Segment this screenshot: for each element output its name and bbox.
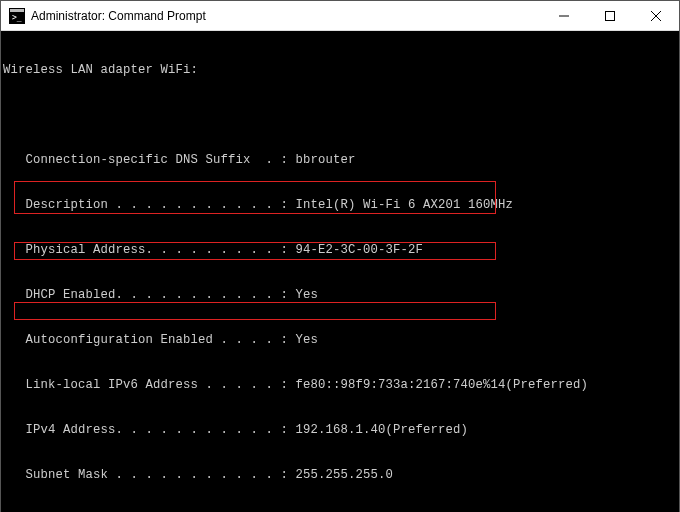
svg-rect-1 [10,9,24,12]
cmd-icon: >_ [9,8,25,24]
svg-rect-4 [606,11,615,20]
highlight-box [14,302,496,320]
window-frame: >_ Administrator: Command Prompt Wireles… [0,0,680,512]
window-title: Administrator: Command Prompt [31,9,206,23]
maximize-button[interactable] [587,1,633,31]
svg-text:>_: >_ [12,13,22,22]
output-line: Subnet Mask . . . . . . . . . . . : 255.… [3,468,679,483]
console-output[interactable]: Wireless LAN adapter WiFi: Connection-sp… [1,31,679,512]
output-line: Physical Address. . . . . . . . . : 94-E… [3,243,679,258]
output-line: DHCP Enabled. . . . . . . . . . . : Yes [3,288,679,303]
close-button[interactable] [633,1,679,31]
minimize-button[interactable] [541,1,587,31]
output-line: IPv4 Address. . . . . . . . . . . : 192.… [3,423,679,438]
output-line: Connection-specific DNS Suffix . : bbrou… [3,153,679,168]
titlebar[interactable]: >_ Administrator: Command Prompt [1,1,679,31]
output-line: Wireless LAN adapter WiFi: [3,63,679,78]
output-line: Link-local IPv6 Address . . . . . : fe80… [3,378,679,393]
output-line: Autoconfiguration Enabled . . . . : Yes [3,333,679,348]
output-line: Description . . . . . . . . . . . : Inte… [3,198,679,213]
output-line [3,108,679,123]
